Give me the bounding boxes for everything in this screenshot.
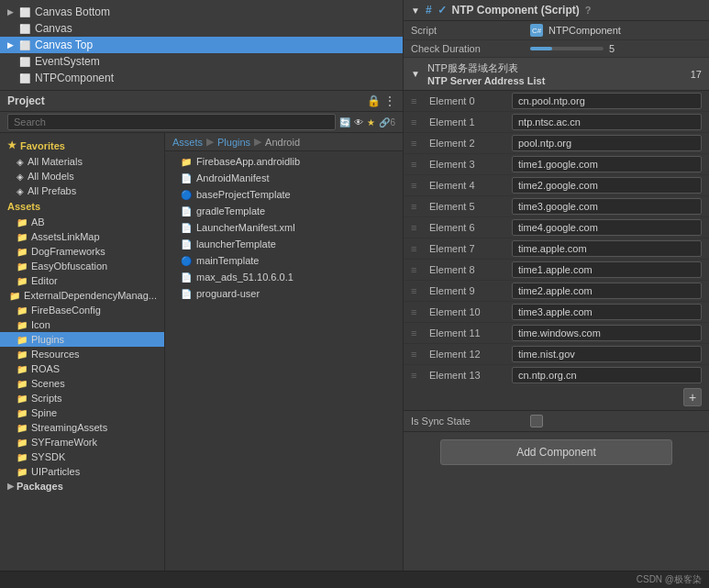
file-item-androidmanifest[interactable]: 📄AndroidManifest	[165, 170, 403, 186]
sidebar-item-assetslinkmap[interactable]: 📁AssetsLinkMap	[0, 229, 164, 244]
element-value[interactable]: time2.apple.com	[512, 283, 702, 299]
sync-state-label: Is Sync State	[411, 416, 530, 427]
sidebar-item-easyobfuscation[interactable]: 📁EasyObfuscation	[0, 259, 164, 273]
hierarchy-item-ntpcomponent[interactable]: ⬜ NTPComponent	[0, 70, 403, 86]
sync-state-checkbox[interactable]	[530, 415, 543, 427]
lock-icon[interactable]: 🔒	[367, 94, 381, 107]
add-component-button[interactable]: Add Component	[440, 439, 673, 465]
element-value[interactable]: time1.google.com	[512, 156, 702, 172]
sidebar-item-ab[interactable]: 📁AB	[0, 215, 164, 229]
sidebar-item-scripts[interactable]: 📁Scripts	[0, 391, 164, 405]
breadcrumb-assets[interactable]: Assets	[172, 137, 203, 148]
project-tools: 🔒 ⋮	[367, 94, 395, 107]
element-value[interactable]: cn.ntp.org.cn	[512, 367, 702, 383]
file-item-launchermanifest.xml[interactable]: 📄LauncherManifest.xml	[165, 219, 403, 236]
check-duration-slider[interactable]	[530, 47, 604, 50]
sidebar-item-roas[interactable]: 📁ROAS	[0, 361, 164, 376]
drag-handle-icon[interactable]: ≡	[411, 370, 424, 381]
drag-handle-icon[interactable]: ≡	[411, 201, 424, 212]
drag-handle-icon[interactable]: ≡	[411, 138, 424, 149]
element-value[interactable]: ntp.ntsc.ac.cn	[512, 114, 702, 130]
add-element-button[interactable]: +	[683, 388, 702, 406]
sidebar-item-icon[interactable]: 📁Icon	[0, 317, 164, 332]
hierarchy-item-canvas-top[interactable]: ▶ ⬜ Canvas Top	[0, 37, 403, 53]
star-icon[interactable]: ★	[367, 117, 375, 128]
element-value[interactable]: time3.google.com	[512, 198, 702, 215]
file-name: FirebaseApp.androidlib	[196, 156, 300, 167]
element-label: Element 10	[429, 306, 512, 317]
drag-handle-icon[interactable]: ≡	[411, 349, 424, 360]
file-item-baseprojecttemplate[interactable]: 🔵baseProjectTemplate	[165, 186, 403, 203]
sidebar-item-externaldependencymanag...[interactable]: 📁ExternalDependencyManag...	[0, 288, 164, 303]
add-element-row: +	[404, 384, 709, 411]
file-name: max_ads_51.10.6.0.1	[196, 272, 294, 283]
hierarchy-panel: ▶ ⬜ Canvas Bottom ⬜ Canvas ▶ ⬜ Canvas To…	[0, 0, 403, 91]
element-value[interactable]: time.nist.gov	[512, 346, 702, 362]
refresh-icon[interactable]: 🔄	[339, 117, 350, 128]
help-icon[interactable]: ?	[585, 5, 592, 16]
sidebar-item-plugins[interactable]: 📁Plugins	[0, 332, 164, 347]
element-value[interactable]: time.apple.com	[512, 240, 702, 257]
element-value[interactable]: time2.google.com	[512, 177, 702, 194]
drag-handle-icon[interactable]: ≡	[411, 327, 424, 338]
sidebar-item-scenes[interactable]: 📁Scenes	[0, 376, 164, 391]
element-value[interactable]: time.windows.com	[512, 325, 702, 341]
more-icon[interactable]: ⋮	[384, 94, 395, 107]
breadcrumb-plugins[interactable]: Plugins	[217, 137, 250, 148]
file-item-maintemplate[interactable]: 🔵mainTemplate	[165, 252, 403, 269]
hierarchy-item-canvas[interactable]: ⬜ Canvas	[0, 20, 403, 37]
assets-header[interactable]: Assets	[0, 198, 164, 215]
eye-icon[interactable]: 👁	[354, 117, 363, 128]
file-name: AndroidManifest	[196, 172, 270, 183]
file-item-max_ads_51.10.6.0.1[interactable]: 📄max_ads_51.10.6.0.1	[165, 269, 403, 285]
sidebar-item-all-materials[interactable]: ◈ All Materials	[0, 154, 164, 169]
folder-icon: 📁	[17, 394, 28, 404]
folder-icon: 📁	[17, 320, 28, 330]
ntp-section-header[interactable]: ▼ NTP服务器域名列表 NTP Server Address List 17	[404, 58, 709, 91]
drag-handle-icon[interactable]: ≡	[411, 180, 424, 191]
checkbox-active[interactable]: ✓	[438, 4, 447, 17]
hierarchy-item-eventsystem[interactable]: ⬜ EventSystem	[0, 53, 403, 70]
element-value[interactable]: cn.pool.ntp.org	[512, 93, 702, 109]
sidebar-item-resources[interactable]: 📁Resources	[0, 347, 164, 361]
sidebar-item-dogframeworks[interactable]: 📁DogFrameworks	[0, 244, 164, 259]
script-name: NTPComponent	[548, 25, 621, 36]
file-item-launchertemplate[interactable]: 📄launcherTemplate	[165, 236, 403, 252]
expand-icon[interactable]: ▼	[411, 6, 420, 16]
sidebar-item-uiparticles[interactable]: 📁UIParticles	[0, 464, 164, 479]
folder-icon: 📁	[17, 261, 28, 272]
element-value[interactable]: time1.apple.com	[512, 261, 702, 278]
favorites-header[interactable]: ★ Favorites	[0, 137, 164, 154]
sidebar-item-streamingassets[interactable]: 📁StreamingAssets	[0, 420, 164, 435]
sidebar-item-spine[interactable]: 📁Spine	[0, 405, 164, 420]
hierarchy-item-canvas-bottom[interactable]: ▶ ⬜ Canvas Bottom	[0, 4, 403, 20]
cs-script-icon: C#	[530, 24, 543, 37]
file-item-gradletemplate[interactable]: 📄gradleTemplate	[165, 203, 403, 219]
sidebar-item-all-prefabs[interactable]: ◈ All Prefabs	[0, 183, 164, 198]
drag-handle-icon[interactable]: ≡	[411, 95, 424, 106]
drag-handle-icon[interactable]: ≡	[411, 159, 424, 170]
sidebar-item-firebaseconfig[interactable]: 📁FireBaseConfig	[0, 303, 164, 317]
sidebar-item-packages[interactable]: ▶ Packages	[0, 479, 164, 494]
sidebar-item-sysdk[interactable]: 📁SYSDK	[0, 449, 164, 464]
file-item-proguard-user[interactable]: 📄proguard-user	[165, 285, 403, 302]
drag-handle-icon[interactable]: ≡	[411, 306, 424, 317]
drag-handle-icon[interactable]: ≡	[411, 222, 424, 233]
folder-icon: 📁	[17, 276, 28, 286]
drag-handle-icon[interactable]: ≡	[411, 243, 424, 254]
element-value[interactable]: pool.ntp.org	[512, 135, 702, 151]
item-label: All Models	[28, 171, 74, 182]
file-item-firebaseapp.androidlib[interactable]: 📁FirebaseApp.androidlib	[165, 153, 403, 170]
folder-icon: 📁	[17, 349, 28, 360]
drag-handle-icon[interactable]: ≡	[411, 264, 424, 275]
sidebar-item-editor[interactable]: 📁Editor	[0, 273, 164, 288]
drag-handle-icon[interactable]: ≡	[411, 285, 424, 296]
element-value[interactable]: time4.google.com	[512, 219, 702, 236]
drag-handle-icon[interactable]: ≡	[411, 116, 424, 128]
ntp-count: 17	[691, 69, 702, 80]
element-value[interactable]: time3.apple.com	[512, 304, 702, 320]
search-input[interactable]	[7, 114, 336, 130]
sidebar-item-syframework[interactable]: 📁SYFrameWork	[0, 435, 164, 449]
item-label: Plugins	[31, 334, 64, 345]
sidebar-item-all-models[interactable]: ◈ All Models	[0, 169, 164, 183]
